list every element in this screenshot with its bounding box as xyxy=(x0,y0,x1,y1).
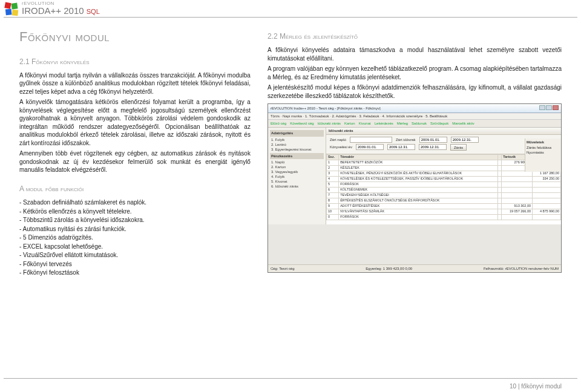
brand-title: IRODA++ 2010 SQL xyxy=(22,6,100,15)
function-item: - VizuálSzűrővel ellátott kimutatások. xyxy=(19,251,251,260)
sidebar-item[interactable]: 1. Napló xyxy=(270,160,324,165)
sidebar[interactable]: Adatrögzítés 1. Folyik2. Lezáró3. Egyenl… xyxy=(268,128,326,224)
function-item: - Főkönyvi tervezés xyxy=(19,260,251,269)
rule-bottom xyxy=(4,378,577,379)
table-row[interactable]: 5FORRÁSOK xyxy=(326,181,560,187)
function-item: - 5 Dimenziós adatrögzítés. xyxy=(19,234,251,242)
window-title: rEVOLUTION Iroda++ 2010 - Teszt cég - [F… xyxy=(271,106,381,111)
sidebar-item[interactable]: 1. Folyik xyxy=(270,137,324,142)
konyv-date-input[interactable] xyxy=(419,144,447,150)
sidebar-item[interactable]: 6. Időszaki zárás xyxy=(270,184,324,189)
function-item: - EXCEL kapcsolat lehetősége. xyxy=(19,243,251,251)
field-label: Könyvelési év xyxy=(330,145,352,149)
window-buttons[interactable] xyxy=(539,105,559,111)
para: A könyvelők támogatására kétkörös ellenő… xyxy=(19,98,251,147)
para: A program valójában egy könnyen kezelhet… xyxy=(268,65,562,81)
function-item: - Kétkörös ellenőrzés a könyvelt tételek… xyxy=(19,207,251,216)
sidebar-item[interactable]: 2. Karton xyxy=(270,165,324,169)
module-title: Főkönyvi modul xyxy=(19,28,251,46)
left-column: Főkönyvi modul 2.1 Főkönyvi könyvelés A … xyxy=(19,28,251,278)
table-row[interactable]: 8ÉRTÉKESÍTÉS ELSZÁMOLT ÖNKÖLTSÉGE ÉS RÁF… xyxy=(326,198,560,203)
operations-panel: Műveletek Zárás feloldása Nyomtatás xyxy=(525,139,561,172)
para: A főkönyvi modul tartja nyilván a vállal… xyxy=(19,71,251,96)
sidebar-item[interactable]: 3. Vegyes/egyéb xyxy=(270,169,324,174)
section-2-1: 2.1 Főkönyvi könyvelés xyxy=(19,57,251,67)
table-row[interactable]: 7TEVÉKENYSÉGEK KÖLTSÉGEI xyxy=(326,192,560,198)
section-2-2: 2.2 Mérleg és jelentéskészítő xyxy=(268,31,562,41)
para: A főkönyvi könyvelés adataira támaszkodv… xyxy=(268,46,562,62)
toolbar-item[interactable]: Karton xyxy=(344,121,355,126)
table-row[interactable]: 9ADOTT ÉRTÉKESÍTÉSEK913 302,00 xyxy=(326,203,560,209)
op-item[interactable]: Zárás feloldása xyxy=(527,145,560,150)
para: A jelentéskészítő modul képes a főkönyvi… xyxy=(268,83,562,100)
app-screenshot: rEVOLUTION Iroda++ 2010 - Teszt cég - [F… xyxy=(268,103,562,273)
table-row[interactable]: 0FORRÁSOK xyxy=(326,214,560,220)
window-titlebar: rEVOLUTION Iroda++ 2010 - Teszt cég - [F… xyxy=(268,104,561,113)
toolbar[interactable]: Előző cégKövetkező cégIdőszaki zárásKart… xyxy=(268,120,561,128)
page-footer: 10 | főkönyvi modul xyxy=(510,383,562,390)
logo-icon xyxy=(4,1,19,17)
function-list: - Szabadon definiálható számlakeret és n… xyxy=(19,198,251,277)
function-item: - Többszintű zárolás a könyvelési idősza… xyxy=(19,216,251,224)
svg-rect-2 xyxy=(5,8,12,15)
function-item: - Automatikus nyitási és zárási funkciók… xyxy=(19,225,251,234)
para: Amennyiben több évet rögzítenek egy cégb… xyxy=(19,149,251,174)
konyv-from-input[interactable] xyxy=(356,144,384,150)
konyv-to-input[interactable] xyxy=(387,144,415,150)
rule-top xyxy=(4,17,577,18)
right-column: 2.2 Mérleg és jelentéskészítő A főkönyvi… xyxy=(268,28,562,278)
zart-to-input[interactable] xyxy=(451,137,479,143)
menu-bar[interactable]: Törzs · Napi munka · 1. Törzsadatok · 2.… xyxy=(268,113,561,120)
zaras-button[interactable]: Zárás xyxy=(450,144,467,151)
panel-header: Időszaki zárás xyxy=(326,128,561,134)
zart-from-input[interactable] xyxy=(419,137,447,143)
toolbar-item[interactable]: Sablonok xyxy=(412,121,427,126)
toolbar-item[interactable]: Következő cég xyxy=(290,121,313,126)
op-item[interactable]: Nyomtatás xyxy=(527,150,560,155)
svg-rect-0 xyxy=(4,2,11,8)
function-item: - Főkönyvi felosztások xyxy=(19,269,251,277)
table-row[interactable]: 10NYILVÁNTARTÁSI SZÁMLÁK19 057 266,004 8… xyxy=(326,209,560,214)
toolbar-item[interactable]: Előző cég xyxy=(271,121,286,126)
table-row[interactable]: 4KÖVETELÉSEK ÉS KÖTELEZETTSÉGEK, PASSZÍV… xyxy=(326,176,560,181)
function-item: - Szabadon definiálható számlakeret és n… xyxy=(19,198,251,207)
toolbar-item[interactable]: Időszaki zárás xyxy=(318,121,341,126)
svg-rect-1 xyxy=(11,3,18,10)
field-label: Zárt időszak xyxy=(396,137,416,142)
sidebar-item[interactable]: 5. Kivonat xyxy=(270,179,324,184)
brand-bar: rEVOLUTION IRODA++ 2010 SQL xyxy=(0,0,100,17)
toolbar-item[interactable]: Lekérdezés xyxy=(375,121,393,126)
sidebar-item[interactable]: 4. Folyik xyxy=(270,174,324,179)
field-label: Zárt napló xyxy=(330,137,346,142)
sidebar-item[interactable]: 3. Egyenlegezési kivonat xyxy=(270,147,324,152)
functions-title: A modul főbb funkciói xyxy=(19,184,251,194)
status-bar: Cég: Teszt cég Egyenleg: 1 399 423,00 0,… xyxy=(268,264,561,272)
sidebar-item[interactable]: 2. Lezáró xyxy=(270,142,324,147)
toolbar-item[interactable]: Szűrőlapok xyxy=(430,121,448,126)
sidebar-group: Pénzkezelés xyxy=(270,153,324,159)
table-row[interactable]: 6KÖLTSÉGNEMEK xyxy=(326,187,560,192)
toolbar-item[interactable]: Mérleg xyxy=(397,121,408,126)
toolbar-item[interactable]: Marcelik aktív xyxy=(452,121,474,126)
toolbar-item[interactable]: Kivonat xyxy=(359,121,371,126)
sidebar-group: Adatrögzítés xyxy=(270,130,324,136)
svg-rect-3 xyxy=(12,10,19,16)
zart-naplo-input[interactable] xyxy=(350,137,392,143)
